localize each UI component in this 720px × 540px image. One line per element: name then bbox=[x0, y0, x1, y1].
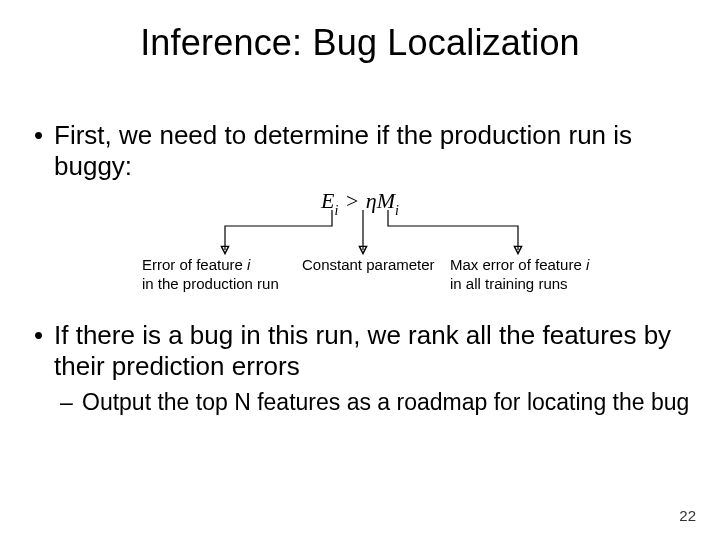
bullet-list-2: If there is a bug in this run, we rank a… bbox=[30, 320, 690, 417]
label-text: in all training runs bbox=[450, 275, 568, 292]
sub-list: Output the top N features as a roadmap f… bbox=[54, 389, 690, 417]
bullet-list: First, we need to determine if the produ… bbox=[30, 120, 690, 181]
sub-bullet-1: Output the top N features as a roadmap f… bbox=[54, 389, 690, 417]
label-text: Max error of feature bbox=[450, 256, 586, 273]
label-constant: Constant parameter bbox=[302, 256, 452, 275]
bullet-2: If there is a bug in this run, we rank a… bbox=[30, 320, 690, 417]
bullet-1: First, we need to determine if the produ… bbox=[30, 120, 690, 181]
slide: Inference: Bug Localization First, we ne… bbox=[0, 0, 720, 540]
body-bottom: If there is a bug in this run, we rank a… bbox=[30, 320, 690, 431]
label-error-feature: Error of feature i in the production run bbox=[142, 256, 312, 294]
label-text: in the production run bbox=[142, 275, 279, 292]
body-top: First, we need to determine if the produ… bbox=[30, 120, 690, 195]
label-i: i bbox=[247, 256, 250, 273]
slide-title: Inference: Bug Localization bbox=[0, 22, 720, 64]
label-max-error: Max error of feature i in all training r… bbox=[450, 256, 620, 294]
page-number: 22 bbox=[679, 507, 696, 524]
label-text: Error of feature bbox=[142, 256, 247, 273]
bullet-2-text: If there is a bug in this run, we rank a… bbox=[54, 320, 671, 381]
label-i: i bbox=[586, 256, 589, 273]
